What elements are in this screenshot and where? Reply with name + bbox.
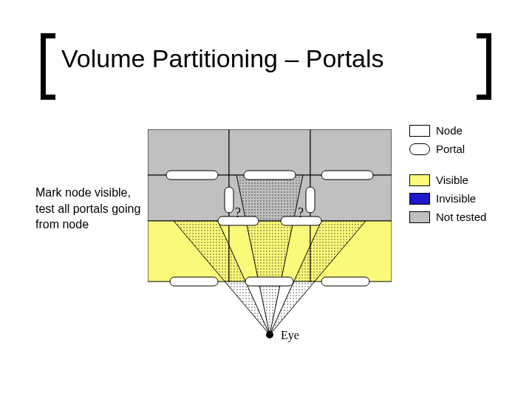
legend-node-swatch xyxy=(409,125,430,137)
bracket-right-icon xyxy=(477,33,491,100)
portal-diagram: ? ? Eye xyxy=(148,129,392,366)
legend-node-label: Node xyxy=(436,124,463,137)
question-mark-left: ? xyxy=(235,205,241,220)
legend-portal-swatch xyxy=(409,143,430,155)
legend-nottested-label: Not tested xyxy=(436,211,486,223)
portal-b2 xyxy=(245,277,293,286)
cell-mid-left xyxy=(148,175,229,221)
legend-visible-label: Visible xyxy=(436,174,468,186)
title-frame: Volume Partitioning – Portals xyxy=(41,41,491,100)
legend-invisible-swatch xyxy=(409,193,430,205)
bracket-left-icon xyxy=(41,33,55,100)
portal-t1 xyxy=(166,171,218,180)
legend-invisible: Invisible xyxy=(409,192,476,205)
question-mark-right: ? xyxy=(298,205,304,220)
legend-invisible-label: Invisible xyxy=(436,192,476,205)
portal-v1 xyxy=(225,187,233,213)
legend-portal: Portal xyxy=(409,143,465,155)
legend-node: Node xyxy=(409,124,463,137)
cell-mid-right xyxy=(310,175,392,221)
cell-top-left xyxy=(148,129,229,175)
eye-icon xyxy=(266,331,273,338)
portal-t2 xyxy=(244,171,296,180)
legend-visible-swatch xyxy=(409,174,430,186)
cell-top-mid xyxy=(229,129,310,175)
slide-title: Volume Partitioning – Portals xyxy=(61,44,384,73)
legend-nottested-swatch xyxy=(409,211,430,223)
eye-label: Eye xyxy=(281,329,299,342)
legend-nottested: Not tested xyxy=(409,211,486,223)
portal-b1 xyxy=(170,277,218,286)
caption-text: Mark node visible, test all portals goin… xyxy=(35,185,143,233)
cell-top-right xyxy=(310,129,392,175)
legend-portal-label: Portal xyxy=(436,143,465,155)
legend-visible: Visible xyxy=(409,174,468,186)
portal-b3 xyxy=(321,277,369,286)
portal-v2 xyxy=(306,187,315,213)
portal-t3 xyxy=(321,171,373,180)
